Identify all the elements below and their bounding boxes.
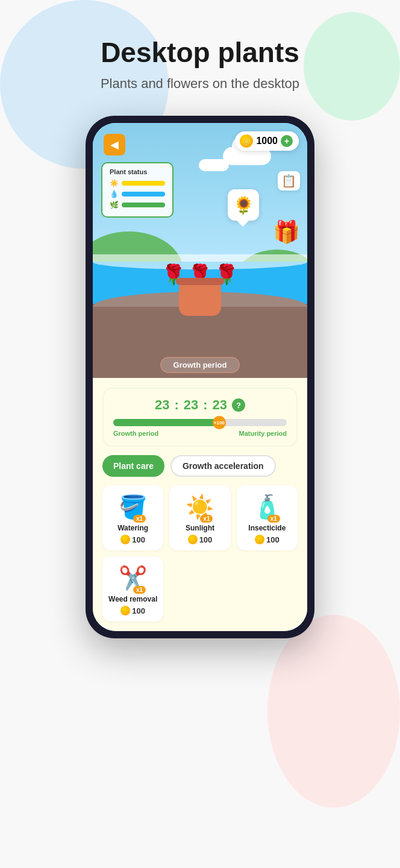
growth-label: Growth period — [113, 430, 158, 437]
care-item-insecticide[interactable]: 🧴 x1 Insecticide 100 — [237, 485, 298, 550]
care-item-sunlight[interactable]: ☀️ x1 Sunlight 100 — [169, 485, 230, 550]
add-coins-button[interactable]: + — [281, 135, 293, 147]
coin-amount: 1000 — [256, 136, 278, 146]
app-title: Desktop plants — [101, 36, 299, 69]
sunlight-price: 100 — [175, 535, 224, 544]
insecticide-price: 100 — [243, 535, 292, 544]
coin-icon: 🪙 — [240, 134, 253, 148]
insecticide-coin-icon — [255, 535, 264, 544]
timer-colon-1: : — [174, 397, 178, 413]
sunflower-icon: 🌻 — [233, 195, 254, 215]
app-subtitle: Plants and flowers on the desktop — [101, 76, 299, 92]
water-status-icon: 💧 — [110, 190, 119, 198]
progress-bar-container: +100 — [113, 419, 287, 426]
timer-section: 23 : 23 : 23 ? +100 — [102, 388, 298, 447]
care-items-grid: 🪣 x1 Watering 100 ☀️ x1 — [102, 485, 298, 550]
bg-blob-pink — [267, 615, 400, 808]
watering-price: 100 — [108, 535, 157, 544]
note-icon[interactable]: 📋 — [278, 171, 300, 190]
watering-coin-icon — [120, 535, 130, 544]
watering-name: Watering — [108, 524, 157, 532]
timer-seconds: 23 — [213, 397, 227, 413]
weed-removal-price-value: 100 — [132, 606, 145, 615]
phone-screen: ◀ 🪙 1000 + Plant status ☀️ 💧 — [93, 123, 307, 631]
coin-counter: 🪙 1000 + — [235, 131, 299, 151]
speech-bubble: 🌻 — [228, 189, 259, 221]
insecticide-name: Insecticide — [243, 524, 292, 532]
cloud-2 — [199, 159, 229, 171]
weed-removal-coin-icon — [120, 606, 130, 615]
weed-removal-price: 100 — [108, 606, 157, 615]
game-scene: ◀ 🪙 1000 + Plant status ☀️ 💧 — [93, 123, 307, 352]
sun-status-row: ☀️ — [110, 179, 165, 187]
bottom-panel: 23 : 23 : 23 ? +100 — [93, 378, 307, 631]
sun-bar — [122, 181, 165, 186]
watering-quantity: x1 — [133, 515, 146, 523]
insecticide-price-value: 100 — [266, 535, 280, 544]
sunlight-quantity: x1 — [200, 515, 213, 523]
progress-coin: +100 — [213, 416, 226, 429]
leaf-status-icon: 🌿 — [110, 201, 119, 209]
sunlight-coin-icon — [188, 535, 198, 544]
water-bar — [122, 192, 165, 197]
progress-bar-fill: +100 — [113, 419, 217, 426]
sunlight-name: Sunlight — [175, 524, 224, 532]
progress-coin-label: +100 — [214, 420, 225, 426]
growth-period-bar: Growth period — [93, 352, 307, 378]
timer-display: 23 : 23 : 23 ? — [113, 397, 287, 413]
care-item-watering[interactable]: 🪣 x1 Watering 100 — [102, 485, 163, 550]
plant-status-title: Plant status — [110, 168, 165, 175]
timer-minutes: 23 — [184, 397, 198, 413]
gift-icon[interactable]: 🎁 — [273, 219, 300, 245]
back-icon: ◀ — [110, 138, 119, 151]
help-button[interactable]: ? — [232, 398, 245, 412]
insecticide-quantity: x1 — [267, 515, 280, 523]
care-items-grid-row2: ✂️ x1 Weed removal 100 — [102, 556, 298, 621]
growth-period-badge: Growth period — [160, 357, 240, 373]
progress-labels: Growth period Maturity period — [113, 430, 287, 437]
flower-pot — [179, 283, 221, 316]
leaf-bar — [122, 203, 165, 207]
phone-mockup: ◀ 🪙 1000 + Plant status ☀️ 💧 — [86, 116, 314, 638]
sunlight-price-value: 100 — [199, 535, 213, 544]
leaf-status-row: 🌿 — [110, 201, 165, 209]
watering-price-value: 100 — [132, 535, 145, 544]
weed-removal-name: Weed removal — [108, 595, 157, 603]
plant-display: 🌹 🌹 🌹 — [161, 263, 239, 316]
tab-growth-acceleration[interactable]: Growth acceleration — [170, 455, 276, 477]
timer-colon-2: : — [203, 397, 207, 413]
timer-hours: 23 — [155, 397, 169, 413]
care-item-weed-removal[interactable]: ✂️ x1 Weed removal 100 — [102, 556, 163, 621]
tabs-row: Plant care Growth acceleration — [102, 455, 298, 477]
water-status-row: 💧 — [110, 190, 165, 198]
tab-plant-care[interactable]: Plant care — [102, 455, 164, 477]
plant-status-box: Plant status ☀️ 💧 🌿 — [101, 162, 173, 218]
weed-removal-quantity: x1 — [133, 586, 146, 594]
maturity-label: Maturity period — [239, 430, 287, 437]
back-button[interactable]: ◀ — [104, 134, 125, 156]
sun-status-icon: ☀️ — [110, 179, 119, 187]
